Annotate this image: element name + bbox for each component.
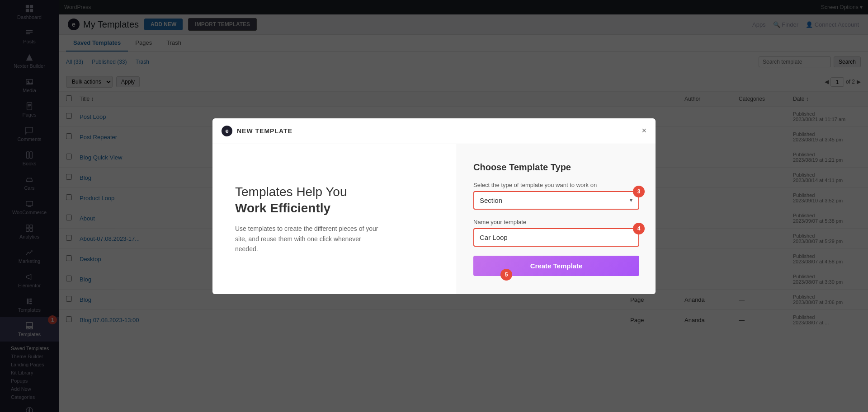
name-label: Name your template xyxy=(473,219,639,225)
template-type-select-wrapper: Section Page Popup Block ▼ xyxy=(473,191,639,210)
select-label: Select the type of template you want to … xyxy=(473,182,639,188)
template-type-select[interactable]: Section Page Popup Block xyxy=(474,192,638,209)
select-wrapper: Section Page Popup Block ▼ 3 xyxy=(473,191,639,210)
template-type-group: Select the type of template you want to … xyxy=(473,182,639,210)
choose-template-heading: Choose Template Type xyxy=(473,162,639,173)
modal-header: e NEW TEMPLATE × xyxy=(212,118,656,144)
modal-right-panel: Choose Template Type Select the type of … xyxy=(457,144,656,294)
template-name-input-wrapper xyxy=(473,228,639,247)
modal-body: Templates Help You Work Efficiently Use … xyxy=(212,144,656,294)
step-badge-3: 3 xyxy=(633,186,645,197)
modal-close-button[interactable]: × xyxy=(642,126,646,136)
modal-left-heading: Templates Help You Work Efficiently xyxy=(235,184,434,217)
create-button-container: Create Template 5 xyxy=(473,256,639,276)
modal-left-description: Use templates to create the different pi… xyxy=(235,224,380,254)
modal-left-panel: Templates Help You Work Efficiently Use … xyxy=(212,144,457,294)
modal-e-icon: e xyxy=(222,126,232,136)
create-template-button[interactable]: Create Template xyxy=(473,256,639,276)
step-badge-4: 4 xyxy=(633,223,645,234)
template-name-input[interactable] xyxy=(474,229,638,246)
modal-overlay[interactable]: e NEW TEMPLATE × Templates Help You Work… xyxy=(0,0,868,412)
step-badge-5: 5 xyxy=(500,269,512,281)
template-name-group: Name your template 4 xyxy=(473,219,639,247)
input-wrapper-container: 4 xyxy=(473,228,639,247)
modal-title: NEW TEMPLATE xyxy=(237,127,292,135)
new-template-modal: e NEW TEMPLATE × Templates Help You Work… xyxy=(212,118,656,294)
